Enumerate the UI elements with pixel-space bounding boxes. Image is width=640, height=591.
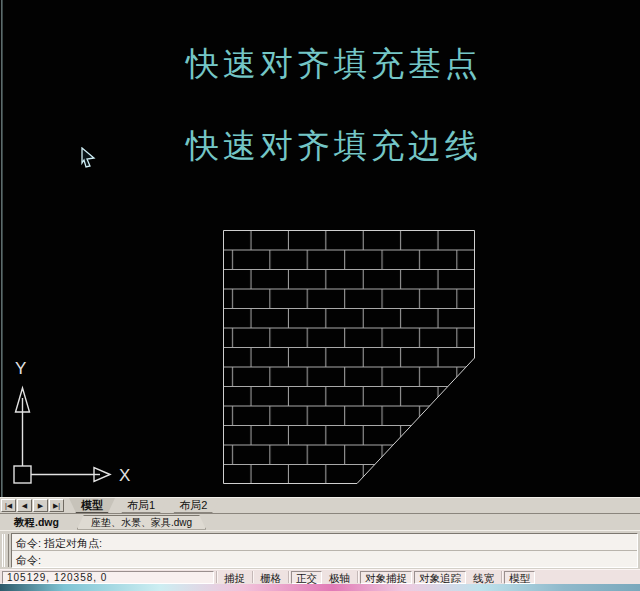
brick-hatch-polygon[interactable] (223, 230, 476, 485)
tab-layout1[interactable]: 布局1 (115, 498, 167, 513)
command-text-area[interactable]: 命令: 指定对角点: 命令: (11, 533, 638, 568)
toggle-osnap[interactable]: 对象捕捉 (360, 571, 412, 584)
document-tabbar: 教程.dwg 座垫、水景、家具.dwg (0, 513, 640, 530)
tab-model[interactable]: 模型 (69, 498, 115, 513)
divider (252, 571, 253, 583)
divider (288, 571, 289, 583)
tab-nav-first-icon[interactable]: |◀ (1, 499, 16, 512)
desktop-strip (0, 584, 640, 591)
cad-annotation-edgeline: 快速对齐填充边线 (186, 124, 506, 169)
ucs-icon: Y X (6, 354, 138, 490)
tab-nav-last-icon[interactable]: ▶| (49, 499, 64, 512)
doc-tab-active[interactable]: 教程.dwg (0, 515, 73, 530)
toggle-otrack[interactable]: 对象追踪 (414, 571, 466, 584)
mouse-cursor-icon (80, 147, 98, 170)
ucs-y-label: Y (15, 359, 26, 378)
toggle-lineweight[interactable]: 线宽 (468, 571, 499, 584)
toggle-ortho[interactable]: 正交 (291, 571, 322, 584)
toggle-snap[interactable]: 捕捉 (219, 571, 250, 584)
divider (357, 571, 358, 583)
toggle-grid[interactable]: 栅格 (255, 571, 286, 584)
command-window: 命令: 指定对角点: 命令: (0, 530, 640, 569)
coordinate-readout: 105129, 120358, 0 (2, 571, 214, 584)
toggle-model-space[interactable]: 模型 (504, 571, 535, 584)
cad-annotation-basepoint: 快速对齐填充基点 (186, 42, 506, 87)
tab-layout2[interactable]: 布局2 (167, 498, 219, 513)
autocad-window: 快速对齐填充基点 快速对齐填充边线 Y (0, 0, 640, 591)
command-history-line: 命令: 指定对角点: (12, 534, 637, 551)
status-bar: 105129, 120358, 0 捕捉 栅格 正交 极轴 对象捕捉 对象追踪 … (0, 569, 640, 584)
drawing-canvas[interactable]: 快速对齐填充基点 快速对齐填充边线 Y (0, 0, 640, 497)
canvas-left-border (1, 0, 3, 497)
tab-nav-prev-icon[interactable]: ◀ (17, 499, 32, 512)
doc-tab-inactive[interactable]: 座垫、水景、家具.dwg (77, 515, 206, 530)
layout-tabbar: |◀ ◀ ▶ ▶| 模型 布局1 布局2 (0, 497, 640, 513)
tab-nav-next-icon[interactable]: ▶ (33, 499, 48, 512)
layout-tabs: 模型 布局1 布局2 (69, 498, 219, 513)
ucs-x-label: X (119, 466, 130, 485)
command-prompt-line[interactable]: 命令: (12, 551, 637, 568)
divider (216, 571, 217, 583)
divider (501, 571, 502, 583)
toggle-polar[interactable]: 极轴 (324, 571, 355, 584)
command-window-grip[interactable] (2, 534, 9, 567)
